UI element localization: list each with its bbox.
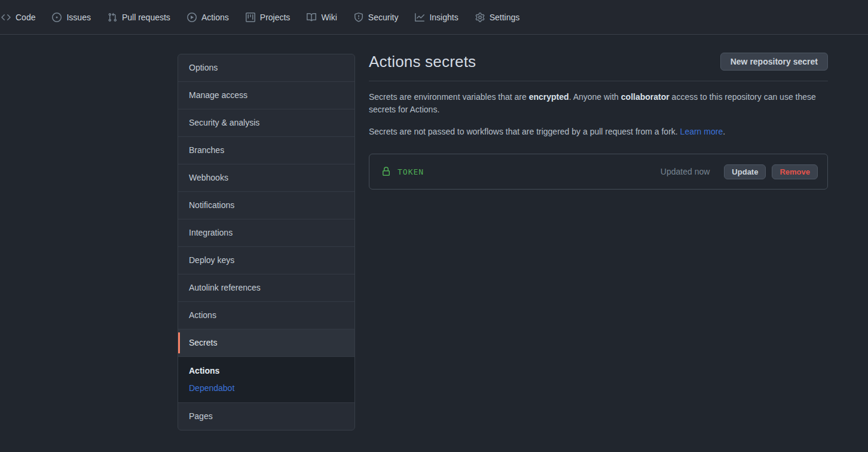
learn-more-link[interactable]: Learn more (680, 127, 723, 136)
nav-tab-label: Insights (429, 13, 458, 22)
actions-secrets-panel: Actions secrets New repository secret Se… (369, 53, 828, 190)
sidebar-item-manage-access[interactable]: Manage access (178, 82, 354, 109)
description-text: Secrets are environment variables that a… (369, 92, 529, 102)
secret-row: TOKEN Updated now Update Remove (369, 154, 828, 190)
nav-tab-label: Settings (490, 13, 520, 22)
secret-name: TOKEN (398, 167, 424, 176)
sidebar-item-branches[interactable]: Branches (178, 137, 354, 164)
update-secret-button[interactable]: Update (724, 164, 766, 179)
nav-tab-label: Issues (66, 13, 90, 22)
fork-note-suffix: . (723, 127, 725, 136)
nav-tab-issues[interactable]: Issues (52, 13, 90, 22)
nav-tab-label: Actions (201, 13, 229, 22)
sidebar-item-secrets[interactable]: Secrets (178, 329, 354, 357)
fork-note: Secrets are not passed to workflows that… (369, 126, 828, 138)
play-circle-icon (187, 13, 197, 22)
code-icon (1, 13, 11, 22)
nav-tab-security[interactable]: Security (354, 13, 399, 22)
nav-tab-label: Projects (260, 13, 291, 22)
sidebar-item-webhooks[interactable]: Webhooks (178, 164, 354, 192)
project-icon (246, 13, 255, 22)
nav-tab-label: Security (368, 13, 399, 22)
sidebar-item-deploy-keys[interactable]: Deploy keys (178, 247, 354, 274)
description-bold-encrypted: encrypted (529, 92, 569, 102)
nav-tab-projects[interactable]: Projects (246, 13, 291, 22)
subnav-dependabot-link[interactable]: Dependabot (189, 383, 344, 393)
repo-nav: Code Issues Pull requests Actions Projec… (0, 0, 868, 35)
nav-tab-pull-requests[interactable]: Pull requests (108, 13, 170, 22)
issue-opened-icon (52, 13, 62, 22)
settings-sidebar: Options Manage access Security & analysi… (178, 54, 355, 430)
main-header: Actions secrets New repository secret (369, 53, 828, 81)
remove-secret-button[interactable]: Remove (772, 164, 818, 179)
fork-note-text: Secrets are not passed to workflows that… (369, 127, 680, 136)
secrets-subsection: Actions Dependabot (178, 357, 354, 403)
new-repository-secret-button[interactable]: New repository secret (720, 53, 828, 71)
nav-tab-code[interactable]: Code (1, 13, 35, 22)
sidebar-item-pages[interactable]: Pages (178, 403, 354, 430)
nav-tab-label: Code (16, 13, 35, 22)
nav-tab-actions[interactable]: Actions (187, 13, 229, 22)
graph-icon (415, 13, 424, 22)
sidebar-item-integrations[interactable]: Integrations (178, 219, 354, 247)
git-pull-request-icon (108, 13, 117, 22)
subnav-actions[interactable]: Actions (189, 366, 344, 375)
shield-icon (354, 13, 363, 22)
sidebar-item-options[interactable]: Options (178, 54, 354, 82)
lock-icon (381, 167, 391, 176)
book-icon (307, 13, 316, 22)
page-title: Actions secrets (369, 53, 476, 71)
description-bold-collaborator: collaborator (621, 92, 670, 102)
secret-updated-timestamp: Updated now (661, 167, 710, 176)
description-text: . Anyone with (569, 92, 621, 102)
nav-tab-wiki[interactable]: Wiki (307, 13, 337, 22)
gear-icon (475, 13, 485, 22)
nav-tab-insights[interactable]: Insights (415, 13, 458, 22)
nav-tab-settings[interactable]: Settings (475, 13, 520, 22)
sidebar-item-security-analysis[interactable]: Security & analysis (178, 109, 354, 137)
sidebar-item-autolink-references[interactable]: Autolink references (178, 274, 354, 302)
sidebar-item-actions[interactable]: Actions (178, 302, 354, 329)
nav-tab-label: Pull requests (122, 13, 170, 22)
secrets-description: Secrets are environment variables that a… (369, 91, 828, 116)
nav-tab-label: Wiki (321, 13, 337, 22)
sidebar-item-notifications[interactable]: Notifications (178, 192, 354, 219)
